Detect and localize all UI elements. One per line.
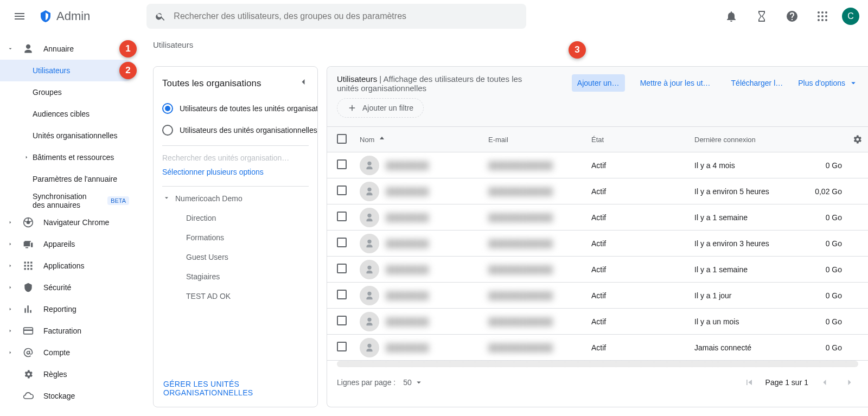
table-row[interactable]: ████████████████████ActifJamais connecté… (327, 335, 868, 361)
user-last-login: Il y a un mois (694, 317, 797, 326)
table-row[interactable]: ████████████████████ActifIl y a 1 jour0 … (327, 283, 868, 309)
org-units-panel: Toutes les organisations Utilisateurs de… (153, 66, 318, 407)
manage-orgs-button[interactable]: GÉRER LES UNITÉS ORGANISATIONNELLES (154, 370, 317, 407)
sidebar-item-utilisateurs[interactable]: Utilisateurs2 (0, 60, 136, 81)
user-avatar-icon (360, 260, 379, 279)
table-row[interactable]: ████████████████████ActifIl y a environ … (327, 231, 868, 257)
cloud-icon (22, 391, 35, 401)
user-name-blurred: ████████ (386, 161, 429, 170)
user-email-blurred: ████████████ (488, 291, 591, 300)
user-status: Actif (591, 317, 694, 326)
user-storage: 0 Go (797, 317, 846, 326)
collapse-icon[interactable] (298, 76, 309, 90)
column-last-login[interactable]: Dernière connexion (694, 136, 797, 144)
tasks-icon[interactable] (751, 5, 773, 27)
column-status-label: État (591, 136, 604, 144)
sidebar-item-r-gles[interactable]: Règles (0, 363, 136, 385)
column-settings-icon[interactable] (846, 134, 868, 145)
sidebar-item-applications[interactable]: Applications (0, 255, 136, 277)
plus-icon (347, 103, 357, 113)
org-tree-root[interactable]: Numericoach Demo (154, 189, 317, 208)
account-avatar[interactable]: C (842, 8, 859, 25)
sidebar-item-compte[interactable]: Compte (0, 342, 136, 363)
org-tree-item[interactable]: Formations (154, 228, 317, 247)
notifications-icon[interactable] (720, 5, 742, 27)
sidebar-item-b-timents-et-ressources[interactable]: Bâtiments et ressources (0, 146, 136, 168)
table-row[interactable]: ████████████████████ActifIl y a 4 mois0 … (327, 152, 868, 178)
column-name[interactable]: Nom (360, 135, 488, 144)
table-row[interactable]: ████████████████████ActifIl y a 1 semain… (327, 257, 868, 283)
sidebar-item-label: Bâtiments et ressources (33, 153, 114, 162)
update-users-button[interactable]: Mettre à jour les ut… (635, 74, 716, 92)
shield-icon (22, 282, 35, 293)
row-checkbox[interactable] (337, 238, 347, 247)
table-row[interactable]: ████████████████████ActifIl y a 1 semain… (327, 204, 868, 231)
app-header: Admin C (0, 0, 868, 33)
sidebar-item-stockage[interactable]: Stockage (0, 385, 136, 407)
sidebar-item-param-tres-de-l-annuaire[interactable]: Paramètres de l'annuaire (0, 168, 136, 190)
sidebar-item-audiences-cibles[interactable]: Audiences cibles (0, 103, 136, 125)
user-email-blurred: ████████████ (488, 343, 591, 352)
svg-rect-18 (27, 268, 29, 270)
sidebar-item-label: Appareils (43, 240, 75, 248)
caret-icon (8, 46, 13, 52)
prev-page-button[interactable] (816, 374, 833, 391)
column-status[interactable]: État (591, 136, 694, 144)
sidebar-item-groupes[interactable]: Groupes (0, 81, 136, 103)
user-status: Actif (591, 213, 694, 222)
apps-icon (22, 260, 35, 271)
add-user-button[interactable]: Ajouter un… (572, 74, 625, 92)
row-checkbox[interactable] (337, 316, 347, 325)
sidebar-item-label: Facturation (43, 327, 81, 335)
sidebar-item-annuaire[interactable]: Annuaire1 (0, 38, 136, 60)
user-name-blurred: ████████ (386, 291, 429, 300)
search-input[interactable] (173, 11, 518, 22)
radio-all-users[interactable]: Utilisateurs de toutes les unités organi… (154, 98, 317, 119)
help-icon[interactable] (781, 5, 803, 27)
select-all-checkbox[interactable] (337, 134, 347, 144)
next-page-button[interactable] (841, 374, 858, 391)
menu-icon[interactable] (9, 5, 30, 27)
row-checkbox[interactable] (337, 264, 347, 273)
org-multi-select[interactable]: Sélectionner plusieurs options (154, 164, 317, 184)
more-options-button[interactable]: Plus d'options (798, 78, 858, 88)
svg-rect-12 (27, 262, 29, 264)
table-row[interactable]: ████████████████████ActifIl y a environ … (327, 178, 868, 204)
add-filter-chip[interactable]: Ajouter un filtre (337, 98, 424, 118)
row-checkbox[interactable] (337, 212, 347, 221)
rows-per-page-select[interactable]: 50 (403, 377, 424, 387)
sidebar-item-synchronisation-des-annuaires[interactable]: Synchronisation des annuairesBETA (0, 190, 136, 212)
org-tree-item[interactable]: Guest Users (154, 247, 317, 267)
step-marker-1: 1 (119, 40, 137, 57)
horizontal-scrollbar[interactable] (337, 361, 858, 367)
sidebar-item-appareils[interactable]: Appareils (0, 233, 136, 255)
sidebar-item-unit-s-organisationnelles[interactable]: Unités organisationnelles (0, 125, 136, 146)
apps-grid-icon[interactable] (812, 5, 833, 27)
card-icon (22, 325, 35, 336)
app-logo[interactable]: Admin (39, 9, 90, 23)
row-checkbox[interactable] (337, 290, 347, 299)
org-tree-item[interactable]: Stagiaires (154, 267, 317, 286)
download-users-button[interactable]: Télécharger l… (726, 74, 789, 92)
user-storage: 0 Go (797, 161, 846, 170)
column-email[interactable]: E-mail (488, 136, 591, 144)
org-tree-item[interactable]: Direction (154, 208, 317, 228)
first-page-button[interactable] (741, 374, 758, 391)
sidebar-item-navigateur-chrome[interactable]: Navigateur Chrome (0, 212, 136, 233)
svg-point-5 (825, 15, 827, 17)
sidebar-item-reporting[interactable]: Reporting (0, 298, 136, 320)
user-email-blurred: ████████████ (488, 239, 591, 248)
org-search-placeholder[interactable]: Rechercher des unités organisation… (154, 146, 317, 164)
user-avatar-icon (360, 286, 379, 305)
global-search[interactable] (146, 4, 526, 29)
table-row[interactable]: ████████████████████ActifIl y a un mois0… (327, 309, 868, 335)
sidebar-item-s-curit-[interactable]: Sécurité (0, 277, 136, 298)
row-checkbox[interactable] (337, 342, 347, 351)
row-checkbox[interactable] (337, 159, 347, 169)
radio-selected-ou[interactable]: Utilisateurs des unités organisationnell… (154, 119, 317, 141)
sidebar-item-facturation[interactable]: Facturation (0, 320, 136, 342)
sidebar-item-label: Sécurité (43, 283, 71, 292)
org-tree-item[interactable]: TEST AD OK (154, 286, 317, 306)
row-checkbox[interactable] (337, 185, 347, 195)
svg-point-7 (821, 19, 824, 21)
